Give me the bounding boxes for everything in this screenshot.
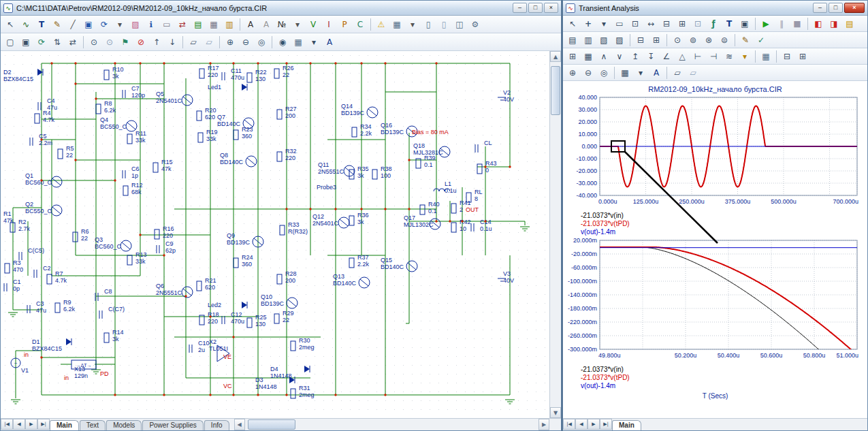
last-page-button[interactable]: ▶| [600, 419, 612, 430]
component-Q15[interactable]: Q15BD140C [381, 257, 417, 272]
y-level-marker[interactable]: ⊣ [706, 49, 721, 64]
horizontal-scroll-track[interactable] [646, 419, 867, 430]
component-R9[interactable]: R96.2k [55, 299, 76, 313]
component-R39[interactable]: R390.1 [416, 155, 436, 168]
data-points-toggle[interactable]: ▤ [842, 16, 857, 31]
tab-main[interactable]: Main [612, 420, 641, 430]
cleanup-check[interactable]: ✓ [754, 33, 769, 48]
component-V3[interactable]: V340V [498, 270, 514, 284]
component-R15[interactable]: R1547k [153, 159, 173, 172]
component-C1[interactable]: C10p [4, 278, 21, 292]
probe-last-run[interactable]: ◧ [811, 16, 826, 31]
stop-button[interactable]: ■ [790, 16, 805, 31]
scope-probe-mode[interactable]: ▣ [81, 17, 96, 32]
show-currents[interactable]: I [321, 17, 336, 32]
show-attribute-text[interactable]: A [243, 17, 258, 32]
component-R8[interactable]: R86.2k [96, 100, 116, 114]
zoom-out[interactable]: ⊖ [238, 35, 253, 50]
new-page[interactable]: ▯ [421, 17, 436, 32]
close-button[interactable]: × [844, 3, 865, 13]
component-R17[interactable]: R17220 [199, 65, 219, 78]
component-Q13[interactable]: Q13BD140C [333, 273, 370, 288]
split-grid[interactable]: ⊞ [649, 33, 664, 48]
eraser-tool[interactable]: ▨ [128, 17, 143, 32]
vertical-scroll-thumb[interactable] [551, 66, 560, 115]
component-R10[interactable]: R103k [104, 66, 124, 80]
minimize-button[interactable]: – [513, 3, 527, 13]
grid-dropdown[interactable]: ▾ [633, 65, 648, 80]
component-C6[interactable]: C61p [123, 165, 140, 179]
component-C3[interactable]: C347u [27, 300, 46, 314]
close-button[interactable]: × [544, 3, 558, 13]
grid-toggle[interactable]: ▦ [389, 17, 404, 32]
analysis-horizontal-scrollbar[interactable] [646, 419, 867, 430]
component-R25[interactable]: R25130 [247, 314, 267, 328]
component-R28[interactable]: R28200 [277, 270, 297, 284]
run-button[interactable]: ▶ [758, 16, 773, 31]
text-mode[interactable]: T [34, 17, 49, 32]
region-enable-box[interactable]: ▤ [191, 17, 206, 32]
split-horizontal[interactable]: ⊟ [633, 33, 648, 48]
scroll-up-button[interactable]: ▲ [550, 51, 561, 62]
flip-horizontal[interactable]: ⇄ [65, 35, 80, 50]
component-CL[interactable]: CL [475, 140, 492, 153]
component-Q4[interactable]: Q4BC550_C [100, 116, 137, 131]
spreadsheet[interactable]: ▦ [206, 17, 221, 32]
axes-format[interactable]: ⊞ [565, 49, 580, 64]
prev-page-button[interactable]: ◀ [13, 419, 25, 430]
tile-vertical[interactable]: ▥ [581, 33, 596, 48]
maximize-button[interactable]: □ [829, 3, 843, 13]
valley-marker[interactable]: ∨ [612, 49, 627, 64]
component-C4[interactable]: C447u [38, 97, 57, 111]
grid-toggle[interactable]: ▦ [617, 65, 632, 80]
select-tool[interactable]: ↖ [565, 16, 580, 31]
component-Q5[interactable]: Q52N5401C [156, 91, 193, 106]
scale-mode[interactable]: ⊡ [628, 16, 643, 31]
component-R21[interactable]: R21620 [197, 277, 216, 291]
component-R7[interactable]: R74.7k [47, 270, 67, 284]
page-list[interactable]: ▯ [436, 17, 451, 32]
component-C10[interactable]: C102u [189, 340, 210, 353]
component-R36[interactable]: R363k [349, 212, 369, 225]
help-mode[interactable]: ▭ [159, 17, 174, 32]
go-to-x[interactable]: ⊙ [670, 33, 685, 48]
flip-mode[interactable]: ⇄ [175, 17, 190, 32]
tab-text[interactable]: Text [80, 420, 106, 430]
component-R33[interactable]: R33R(R32) [280, 221, 308, 235]
split-window[interactable]: ◫ [452, 17, 467, 32]
text-tool[interactable]: T [722, 16, 737, 31]
component-Q12[interactable]: Q122N5401C [312, 213, 349, 228]
component-D4[interactable]: D41N4148 [270, 366, 310, 379]
color-dropdown[interactable]: ▾ [737, 49, 752, 64]
graphics-mode[interactable]: ✎ [50, 17, 65, 32]
go-to-branch[interactable]: ⊜ [717, 33, 732, 48]
component-R16[interactable]: R16220 [155, 225, 174, 239]
goto-flag[interactable]: ⚑ [118, 35, 133, 50]
minimize-button[interactable]: – [813, 3, 827, 13]
schematic-vertical-scrollbar[interactable]: ▲ ▼ [549, 51, 561, 418]
zoom-in[interactable]: ⊕ [223, 35, 238, 50]
component-R38[interactable]: R38100 [372, 165, 392, 179]
select-region[interactable]: ▢ [3, 35, 18, 50]
notes-page[interactable]: ▥ [222, 17, 237, 32]
align-cursors-right[interactable]: ⊞ [795, 49, 810, 64]
camera-snapshot[interactable]: ◉ [275, 35, 290, 50]
rotate-tool[interactable]: ⟳ [34, 35, 49, 50]
component-Led2[interactable]: Led2 [208, 302, 247, 308]
tab-info[interactable]: Info [204, 420, 229, 430]
wire-mode[interactable]: ∿ [18, 17, 33, 32]
component-C7[interactable]: C7120p [123, 85, 145, 99]
schematic-canvas[interactable]: D2BZX84C15C447uR44.7kC52.2mR522R622Q1BC5… [1, 51, 549, 418]
copy-graph[interactable]: ▱ [670, 65, 685, 80]
tab-power-supplies[interactable]: Power Supplies [142, 420, 203, 430]
properties-window[interactable]: ▣ [737, 16, 752, 31]
show-conditions[interactable]: C [353, 17, 368, 32]
component-R37[interactable]: R372.2k [349, 254, 370, 268]
component-dropdown[interactable]: ▾ [112, 17, 127, 32]
scroll-left-button[interactable]: ◀ [234, 419, 245, 430]
component-Led1[interactable]: Led1 [208, 84, 247, 91]
go-to-y[interactable]: ⊚ [686, 33, 701, 48]
show-power[interactable]: P [337, 17, 352, 32]
component-R19[interactable]: R1933k [198, 129, 218, 142]
overlap-windows[interactable]: ▧ [596, 33, 611, 48]
